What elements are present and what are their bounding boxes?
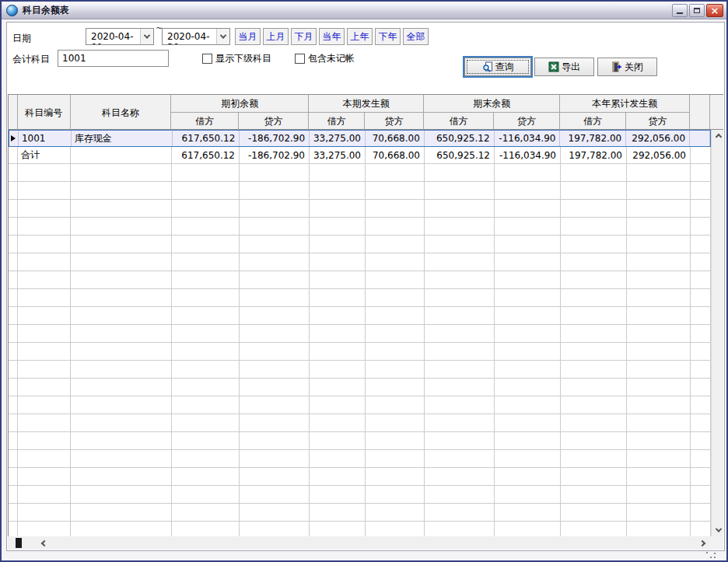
h-scrollbar-right-button[interactable] [695,536,709,550]
table-header: 科目编号 科目名称 期初余额 借方 贷方 本期发生额 借方 贷方 期末余额 借方 [9,94,723,130]
cell-account-name: 库存现金 [72,131,173,146]
empty-row [9,164,711,182]
action-buttons: 查询 导出 关闭 [464,58,657,76]
empty-row [9,486,711,504]
account-code-input[interactable] [58,50,169,67]
table-row-total[interactable]: 合计 617,650.12 -186,702.90 33,275.00 70,6… [9,147,711,164]
cell-account-code: 合计 [18,147,71,163]
date-to-dropdown-button[interactable] [216,29,229,44]
checkbox-icon [295,54,305,64]
empty-row [9,182,711,200]
date-from-dropdown-button[interactable] [140,29,153,44]
export-button[interactable]: 导出 [534,58,594,76]
quick-button-next-month[interactable]: 下月 [291,28,317,45]
quick-button-last-year[interactable]: 上年 [347,28,373,45]
cell-ending-credit: -116,034.90 [495,147,561,163]
current-row-indicator-icon [11,135,16,141]
close-button[interactable]: × [706,4,723,17]
header-account-name: 科目名称 [71,95,171,131]
vertical-scrollbar[interactable] [711,130,723,536]
cell-period-credit: 70,668.00 [366,147,425,163]
close-icon: × [711,5,719,16]
header-group-period-amount: 本期发生额 借方 贷方 [309,95,424,129]
horizontal-scrollbar[interactable] [8,536,710,550]
empty-row [9,307,711,325]
header-group-ytd-amount: 本年累计发生额 借方 贷方 [560,95,690,129]
cell-period-debit: 33,275.00 [310,147,366,163]
cell-opening-debit: 617,650.12 [172,147,240,163]
balance-table: 科目编号 科目名称 期初余额 借方 贷方 本期发生额 借方 贷方 期末余额 借方 [8,94,723,536]
query-button-label: 查询 [495,61,514,74]
empty-row [9,200,711,218]
empty-row [9,450,711,468]
empty-row [9,289,711,307]
maximize-icon [694,8,700,13]
chevron-right-icon [698,539,705,546]
h-scrollbar-left-button[interactable] [37,536,51,550]
quick-button-current-month[interactable]: 当月 [235,28,261,45]
minimize-button[interactable] [672,4,688,17]
close-button-label: 关闭 [625,61,643,74]
window-titlebar[interactable]: 科目余额表 × [2,2,726,19]
table-body: 1001 库存现金 617,650.12 -186,702.90 33,275.… [9,130,711,536]
empty-row [9,522,711,536]
date-from-select[interactable]: 2020-04-01 [86,28,154,45]
quick-button-next-year[interactable]: 下年 [375,28,401,45]
date-to-select[interactable]: 2020-04-30 [162,28,230,45]
checkbox-label: 显示下级科目 [215,52,271,65]
empty-row [9,432,711,450]
query-button[interactable]: 查询 [464,58,531,76]
cell-ytd-debit: 197,782.00 [560,131,626,146]
h-scrollbar-thumb[interactable] [16,538,22,548]
empty-row [9,396,711,414]
close-window-button[interactable]: 关闭 [597,58,657,76]
header-credit: 贷方 [365,113,424,131]
cell-account-code: 1001 [19,131,72,146]
cell-ytd-credit: 292,056.00 [626,131,690,146]
app-window: 科目余额表 × 日期 2020-04-01 ~ 2020-04-30 当月 上月… [0,0,728,562]
header-indicator-column [9,95,18,131]
cell-account-name [71,147,172,163]
cell-opening-credit: -186,702.90 [240,131,310,146]
maximize-button[interactable] [689,4,705,17]
header-credit: 贷方 [626,113,690,131]
header-debit: 借方 [171,113,239,131]
checkbox-label: 包含未记帐 [308,52,355,65]
empty-row [9,236,711,253]
table-row-1001[interactable]: 1001 库存现金 617,650.12 -186,702.90 33,275.… [9,130,711,147]
header-group-opening-balance: 期初余额 借方 贷方 [171,95,309,129]
quick-button-last-month[interactable]: 上月 [263,28,289,45]
empty-row [9,325,711,343]
header-debit: 借方 [309,113,365,131]
checkbox-show-sub-accounts[interactable]: 显示下级科目 [202,53,271,64]
chevron-down-icon [220,32,226,38]
date-quick-buttons: 当月 上月 下月 当年 上年 下年 全部 [235,28,429,45]
quick-button-all[interactable]: 全部 [403,28,429,45]
exit-door-icon [611,61,622,72]
account-label: 会计科目 [12,53,50,66]
cell-ending-credit: -116,034.90 [495,131,561,146]
cell-ytd-credit: 292,056.00 [627,147,691,163]
date-to-value: 2020-04-30 [163,29,216,44]
empty-row [9,218,711,236]
v-scrollbar-up-button[interactable] [712,130,723,143]
resize-grip-icon[interactable] [706,552,719,560]
checkbox-include-unposted[interactable]: 包含未记帐 [295,53,355,64]
empty-row [9,253,711,271]
cell-opening-credit: -186,702.90 [240,147,310,163]
empty-row [9,271,711,289]
grid-empty-rows [9,164,711,536]
v-scrollbar-down-button[interactable] [712,523,723,536]
chevron-down-icon [144,32,150,38]
empty-row [9,361,711,379]
quick-button-current-year[interactable]: 当年 [319,28,345,45]
empty-row [9,504,711,522]
header-group-ending-balance: 期末余额 借方 贷方 [424,95,560,129]
cell-ending-debit: 650,925.12 [425,131,495,146]
export-button-label: 导出 [562,61,580,74]
header-extra-column [690,95,710,131]
scrollbar-corner [710,536,723,550]
empty-row [9,414,711,432]
header-account-code: 科目编号 [18,95,71,131]
minimize-icon [677,12,683,14]
